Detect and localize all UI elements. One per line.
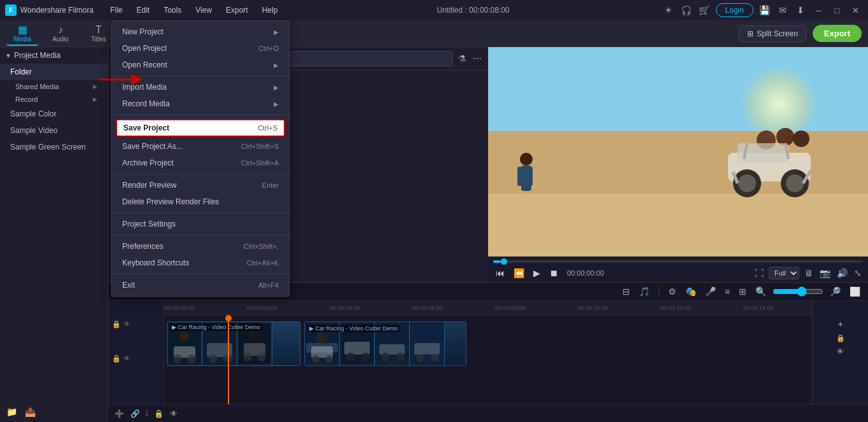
resize-icon[interactable]: ⤡: [853, 267, 863, 279]
sidebar-item-sample-green-screen[interactable]: Sample Green Screen: [0, 139, 108, 155]
fullscreen-icon[interactable]: ⛶: [753, 267, 765, 279]
shop-icon[interactable]: 🛒: [698, 4, 711, 17]
minimize-button[interactable]: ─: [812, 6, 825, 15]
clip-thumb-2d: [411, 324, 443, 363]
arrow-icon-4: ▶: [274, 101, 279, 108]
screenshot-icon[interactable]: 📷: [818, 267, 832, 279]
progress-bar[interactable]: [493, 260, 863, 263]
save-icon[interactable]: 💾: [759, 4, 771, 17]
settings-icon[interactable]: ⚙: [666, 285, 679, 298]
maximize-button[interactable]: □: [830, 6, 843, 15]
menu-render-preview[interactable]: Render Preview Enter: [112, 177, 289, 193]
menu-tools[interactable]: Tools: [157, 3, 188, 17]
mask-icon[interactable]: 🎭: [683, 285, 699, 298]
eye-icon-bottom[interactable]: 👁: [169, 408, 179, 419]
sidebar-item-sample-color[interactable]: Sample Color: [0, 106, 108, 122]
tab-audio[interactable]: ♪ Audio: [45, 22, 76, 46]
timeline-lock-icon[interactable]: 🔒: [835, 333, 846, 344]
download-icon[interactable]: ⬇: [794, 4, 807, 17]
export-button[interactable]: Export: [813, 25, 862, 42]
timeline-labels: 🔒 👁 🔒 👁: [108, 301, 164, 404]
quality-select[interactable]: Full: [769, 267, 799, 279]
close-button[interactable]: ✕: [848, 6, 863, 15]
menu-open-recent[interactable]: Open Recent ▶: [112, 57, 289, 73]
sidebar-item-folder[interactable]: Folder: [0, 64, 108, 80]
timeline-add-icon[interactable]: +: [836, 318, 844, 330]
lock-icon[interactable]: 🔒: [112, 320, 121, 328]
video-clip-1[interactable]: ▶ Car Racing - Video Cutter Demo: [167, 321, 300, 366]
add-folder-icon[interactable]: 📁: [5, 405, 18, 418]
exit-label: Exit: [122, 281, 135, 290]
filter-icon[interactable]: ⚗: [457, 52, 468, 65]
snap-icon[interactable]: 🔗: [129, 408, 141, 419]
zoom-slider[interactable]: [773, 286, 823, 297]
sidebar: ▼ Project Media Folder Shared Media ▶ Re…: [0, 47, 108, 422]
menu-exit[interactable]: Exit Alt+F4: [112, 277, 289, 293]
audio-waveform-icon[interactable]: 🔒: [153, 408, 165, 419]
tab-media[interactable]: ▦ Media: [6, 22, 38, 46]
add-track-icon[interactable]: ➕: [113, 408, 125, 419]
brightness-icon[interactable]: ☀: [662, 4, 675, 17]
menu-file[interactable]: File: [104, 3, 129, 17]
save-project-as-shortcut: Ctrl+Shift+S: [241, 143, 279, 150]
external-monitor-icon[interactable]: 🖥: [803, 267, 815, 279]
audio-button[interactable]: 🎵: [636, 285, 652, 298]
fit-icon[interactable]: ⬜: [847, 285, 863, 298]
eye-icon[interactable]: 👁: [123, 320, 130, 328]
menu-save-project[interactable]: Save Project Ctrl+S: [116, 119, 285, 137]
menu-group-2: Import Media ▶ Record Media ▶: [112, 76, 289, 115]
split-screen-button[interactable]: ⊞ Split Screen: [739, 25, 806, 42]
menu-delete-preview[interactable]: Delete Preview Render Files: [112, 193, 289, 210]
menu-record-media[interactable]: Record Media ▶: [112, 95, 289, 112]
play-button[interactable]: ▶: [531, 267, 543, 279]
chevron-right-icon: ▶: [93, 83, 97, 90]
menu-preferences[interactable]: Preferences Ctrl+Shift+,: [112, 238, 289, 255]
menu-open-project[interactable]: Open Project Ctrl+O: [112, 40, 289, 57]
track-1-lock[interactable]: 🔒: [112, 355, 121, 363]
menu-help[interactable]: Help: [256, 3, 284, 17]
sidebar-bottom-icons: 📁 📤: [0, 402, 108, 422]
split-button[interactable]: ⊟: [620, 285, 633, 298]
previous-frame-button[interactable]: ⏮: [493, 267, 507, 279]
menu-edit[interactable]: Edit: [130, 3, 157, 17]
menu-view[interactable]: View: [189, 3, 218, 17]
menu-import-media[interactable]: Import Media ▶: [112, 79, 289, 95]
svg-rect-23: [528, 167, 533, 186]
mail-icon[interactable]: ✉: [776, 4, 789, 17]
project-media-header[interactable]: ▼ Project Media: [0, 47, 108, 64]
sidebar-item-record[interactable]: Record ▶: [0, 93, 108, 106]
menu-archive-project[interactable]: Archive Project Ctrl+Shift+A: [112, 155, 289, 171]
track-1-eye[interactable]: 👁: [123, 355, 130, 362]
ruler-mark-6: 00:00:06:00: [412, 305, 443, 311]
volume-icon[interactable]: 🔊: [836, 267, 849, 279]
video-clip-2[interactable]: ▶ Car Racing - Video Cutter Demo: [304, 321, 466, 366]
tab-titles[interactable]: T Titles: [83, 22, 115, 46]
login-button[interactable]: Login: [716, 3, 753, 17]
arrow-icon-3: ▶: [274, 84, 279, 91]
subtitle-icon[interactable]: ≡: [722, 285, 732, 298]
titles-tab-icon: T: [95, 24, 102, 36]
playhead[interactable]: [228, 315, 229, 404]
svg-point-54: [416, 354, 424, 362]
headset-icon[interactable]: 🎧: [680, 4, 693, 17]
save-project-as-label: Save Project As...: [122, 142, 183, 151]
save-project-shortcut: Ctrl+S: [258, 124, 277, 132]
grid-icon[interactable]: ⋯: [472, 52, 483, 65]
export-folder-icon[interactable]: 📤: [24, 405, 37, 418]
timeline-eye-icon[interactable]: 👁: [836, 346, 845, 356]
stop-button[interactable]: ⏹: [547, 267, 561, 279]
menu-project-settings[interactable]: Project Settings: [112, 216, 289, 232]
sidebar-item-sample-video[interactable]: Sample Video: [0, 122, 108, 139]
grid2-icon[interactable]: ⊞: [736, 285, 749, 298]
menu-keyboard-shortcuts[interactable]: Keyboard Shortcuts Ctrl+Alt+K: [112, 255, 289, 271]
step-back-button[interactable]: ⏪: [511, 267, 527, 279]
mic-icon[interactable]: 🎤: [703, 285, 718, 298]
menu-export[interactable]: Export: [220, 3, 255, 17]
zoom-in-icon[interactable]: 🔎: [827, 285, 843, 298]
svg-point-51: [396, 353, 405, 362]
zoom-out-icon[interactable]: 🔍: [753, 285, 769, 298]
menu-new-project[interactable]: New Project ▶: [112, 24, 289, 40]
menu-save-project-as[interactable]: Save Project As... Ctrl+Shift+S: [112, 138, 289, 155]
clip-frame-2d: [410, 322, 445, 365]
sidebar-item-shared-media[interactable]: Shared Media ▶: [0, 80, 108, 93]
